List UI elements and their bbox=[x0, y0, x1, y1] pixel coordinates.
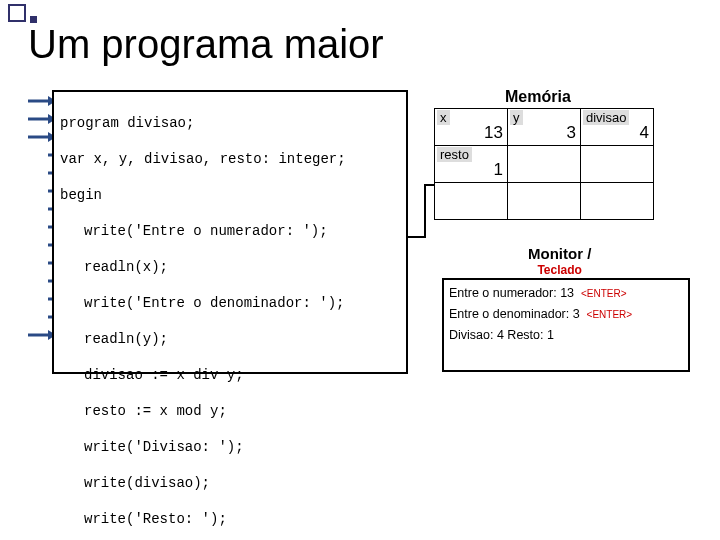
cell-label: y bbox=[510, 110, 523, 125]
cell-label: divisao bbox=[583, 110, 629, 125]
monitor-line: Entre o numerador: 13 <ENTER> bbox=[449, 283, 683, 304]
memory-title: Memória bbox=[505, 88, 571, 106]
memory-cell-divisao: divisao 4 bbox=[581, 109, 654, 146]
output-text: Divisao: 4 Resto: 1 bbox=[449, 328, 554, 342]
cell-value: 13 bbox=[484, 123, 503, 143]
cell-value: 4 bbox=[640, 123, 649, 143]
cell-value: 1 bbox=[494, 160, 503, 180]
input-value: 3 bbox=[573, 307, 580, 321]
prompt-text: Entre o denominador: bbox=[449, 307, 573, 321]
monitor-box: Entre o numerador: 13 <ENTER> Entre o de… bbox=[442, 278, 690, 372]
monitor-title: Monitor / Teclado bbox=[528, 246, 591, 278]
memory-cell-empty bbox=[581, 183, 654, 220]
monitor-title-sub: Teclado bbox=[528, 262, 591, 278]
monitor-title-main: Monitor / bbox=[528, 245, 591, 262]
enter-tag: <ENTER> bbox=[581, 288, 627, 299]
memory-cell-resto: resto 1 bbox=[435, 146, 508, 183]
connector-line bbox=[0, 0, 720, 540]
memory-grid: x 13 y 3 divisao 4 resto 1 bbox=[434, 108, 654, 220]
memory-cell-empty bbox=[435, 183, 508, 220]
memory-cell-empty bbox=[508, 146, 581, 183]
memory-cell-empty bbox=[581, 146, 654, 183]
memory-cell-empty bbox=[508, 183, 581, 220]
cell-value: 3 bbox=[567, 123, 576, 143]
memory-cell-y: y 3 bbox=[508, 109, 581, 146]
input-value: 13 bbox=[560, 286, 574, 300]
monitor-line: Divisao: 4 Resto: 1 bbox=[449, 325, 683, 345]
memory-cell-x: x 13 bbox=[435, 109, 508, 146]
prompt-text: Entre o numerador: bbox=[449, 286, 560, 300]
monitor-line: Entre o denominador: 3 <ENTER> bbox=[449, 304, 683, 325]
enter-tag: <ENTER> bbox=[587, 309, 633, 320]
cell-label: x bbox=[437, 110, 450, 125]
cell-label: resto bbox=[437, 147, 472, 162]
